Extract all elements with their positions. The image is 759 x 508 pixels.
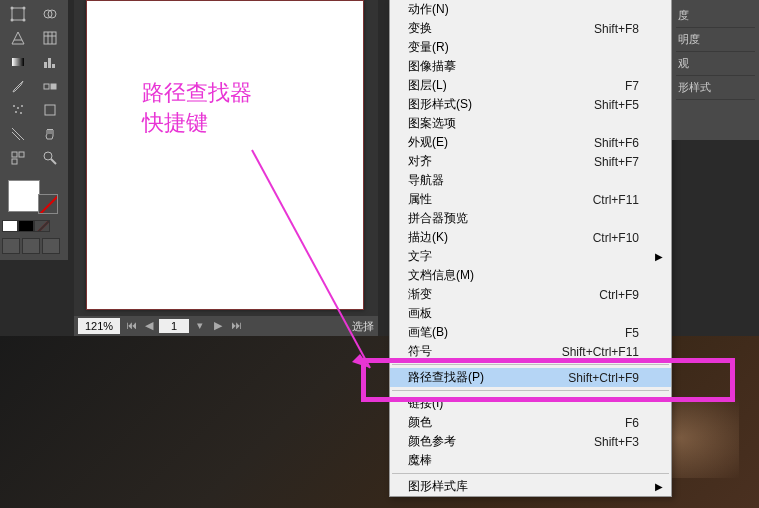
- svg-rect-16: [51, 84, 56, 89]
- menu-item[interactable]: 外观(E)Shift+F6: [390, 133, 671, 152]
- menu-item-label: 属性: [408, 191, 593, 208]
- menu-item[interactable]: 图形样式(S)Shift+F5: [390, 95, 671, 114]
- svg-point-4: [23, 19, 26, 22]
- canvas-area: [74, 0, 378, 316]
- svg-point-26: [44, 152, 52, 160]
- tool-perspective[interactable]: [2, 26, 34, 50]
- right-panel-item[interactable]: 明度: [676, 28, 755, 52]
- tool-slice[interactable]: [2, 122, 34, 146]
- tool-mesh[interactable]: [34, 26, 66, 50]
- menu-item[interactable]: 描边(K)Ctrl+F10: [390, 228, 671, 247]
- menu-item[interactable]: 对齐Shift+F7: [390, 152, 671, 171]
- menu-item-shortcut: Shift+F3: [594, 435, 639, 449]
- page-number[interactable]: 1: [159, 319, 189, 333]
- menu-item[interactable]: 颜色F6: [390, 413, 671, 432]
- screen-mode-preview[interactable]: [42, 238, 60, 254]
- tool-freetransform[interactable]: [2, 2, 34, 26]
- menu-item[interactable]: 动作(N): [390, 0, 671, 19]
- swatch-white[interactable]: [2, 220, 18, 232]
- svg-point-21: [20, 112, 22, 114]
- svg-point-1: [11, 7, 14, 10]
- nav-next[interactable]: ▶: [211, 319, 225, 333]
- menu-item-label: 图形样式(S): [408, 96, 594, 113]
- swatch-black[interactable]: [18, 220, 34, 232]
- tool-blend[interactable]: [34, 74, 66, 98]
- tool-gradient[interactable]: [2, 50, 34, 74]
- artboard-canvas[interactable]: [86, 0, 364, 310]
- nav-last[interactable]: ⏭: [229, 319, 243, 333]
- menu-item-label: 颜色参考: [408, 433, 594, 450]
- right-panel-item[interactable]: 观: [676, 52, 755, 76]
- menu-item[interactable]: 路径查找器(P)Shift+Ctrl+F9: [390, 368, 671, 387]
- tool-eyedropper[interactable]: [2, 74, 34, 98]
- menu-item[interactable]: 画笔(B)F5: [390, 323, 671, 342]
- menu-item-label: 外观(E): [408, 134, 594, 151]
- tool-symbol-sprayer[interactable]: [2, 98, 34, 122]
- menu-item-label: 符号: [408, 343, 562, 360]
- nav-dropdown[interactable]: ▾: [193, 319, 207, 333]
- menu-item-label: 变量(R): [408, 39, 639, 56]
- zoom-level[interactable]: 121%: [78, 318, 120, 334]
- tool-shape-builder[interactable]: [34, 2, 66, 26]
- menu-item[interactable]: 导航器: [390, 171, 671, 190]
- menu-item-label: 颜色: [408, 414, 625, 431]
- svg-point-2: [23, 7, 26, 10]
- nav-prev[interactable]: ◀: [142, 319, 156, 333]
- menu-item[interactable]: 颜色参考Shift+F3: [390, 432, 671, 451]
- svg-rect-25: [12, 159, 17, 164]
- menu-item-label: 拼合器预览: [408, 210, 639, 227]
- svg-line-27: [51, 159, 56, 164]
- fill-color-swatch[interactable]: [8, 180, 40, 212]
- screen-mode-normal[interactable]: [2, 238, 20, 254]
- nav-first[interactable]: ⏮: [124, 319, 138, 333]
- menu-item-shortcut: Shift+Ctrl+F11: [562, 345, 639, 359]
- menu-item[interactable]: 图像描摹: [390, 57, 671, 76]
- menu-item[interactable]: 拼合器预览: [390, 209, 671, 228]
- right-panel-item[interactable]: 形样式: [676, 76, 755, 100]
- right-panel-item[interactable]: 度: [676, 4, 755, 28]
- swatch-none[interactable]: [34, 220, 50, 232]
- svg-rect-11: [12, 58, 24, 66]
- svg-rect-22: [45, 105, 55, 115]
- tool-print-tiling[interactable]: [2, 146, 34, 170]
- menu-item-shortcut: Shift+F7: [594, 155, 639, 169]
- submenu-arrow-icon: ▶: [655, 251, 663, 262]
- menu-item[interactable]: 画板: [390, 304, 671, 323]
- svg-rect-24: [19, 152, 24, 157]
- menu-item[interactable]: 魔棒: [390, 451, 671, 470]
- menu-separator: [392, 364, 669, 365]
- tool-column-graph[interactable]: [34, 50, 66, 74]
- menu-item-shortcut: Ctrl+F9: [599, 288, 639, 302]
- menu-separator: [392, 390, 669, 391]
- menu-item[interactable]: 渐变Ctrl+F9: [390, 285, 671, 304]
- menu-item[interactable]: 图形样式库▶: [390, 477, 671, 496]
- menu-item-shortcut: F5: [625, 326, 639, 340]
- tool-hand[interactable]: [34, 122, 66, 146]
- statusbar: 121% ⏮ ◀ 1 ▾ ▶ ⏭ 选择: [74, 316, 378, 336]
- menu-item-label: 文字: [408, 248, 639, 265]
- tool-artboard[interactable]: [34, 98, 66, 122]
- menu-item-label: 描边(K): [408, 229, 593, 246]
- stroke-color-swatch[interactable]: [38, 194, 58, 214]
- menu-item[interactable]: 文档信息(M): [390, 266, 671, 285]
- menu-item[interactable]: 变换Shift+F8: [390, 19, 671, 38]
- menu-item[interactable]: 链接(I): [390, 394, 671, 413]
- menu-item[interactable]: 文字▶: [390, 247, 671, 266]
- menu-item[interactable]: 图层(L)F7: [390, 76, 671, 95]
- menu-separator: [392, 473, 669, 474]
- svg-point-20: [15, 111, 17, 113]
- tool-zoom[interactable]: [34, 146, 66, 170]
- svg-point-19: [21, 105, 23, 107]
- menu-item-label: 魔棒: [408, 452, 639, 469]
- menu-item[interactable]: 属性Ctrl+F11: [390, 190, 671, 209]
- menu-item-label: 画笔(B): [408, 324, 625, 341]
- menu-item[interactable]: 符号Shift+Ctrl+F11: [390, 342, 671, 361]
- window-menu-dropdown: 动作(N)变换Shift+F8变量(R)图像描摹图层(L)F7图形样式(S)Sh…: [389, 0, 672, 497]
- menu-item-label: 文档信息(M): [408, 267, 639, 284]
- svg-rect-23: [12, 152, 17, 157]
- menu-item[interactable]: 图案选项: [390, 114, 671, 133]
- menu-item[interactable]: 变量(R): [390, 38, 671, 57]
- screen-mode-full[interactable]: [22, 238, 40, 254]
- svg-point-3: [11, 19, 14, 22]
- svg-point-18: [17, 107, 19, 109]
